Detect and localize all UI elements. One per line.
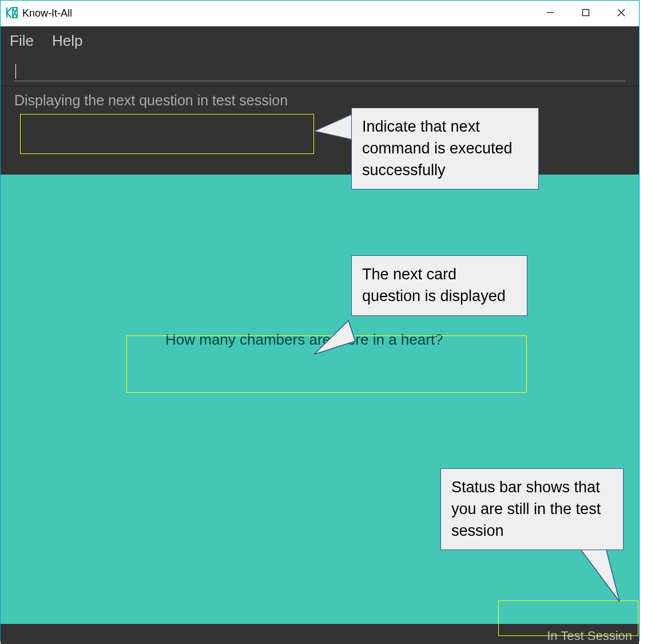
svg-rect-1 — [583, 10, 589, 16]
callout-2-text: The next card question is displayed — [362, 266, 506, 305]
titlebar[interactable]: Know-It-All — [1, 1, 639, 26]
app-icon — [1, 6, 19, 22]
close-button[interactable] — [604, 1, 639, 25]
menu-help[interactable]: Help — [52, 32, 82, 50]
status-text: In Test Session — [547, 629, 632, 643]
callout-3-text: Status bar shows that you are still in t… — [451, 479, 601, 539]
maximize-button[interactable] — [568, 1, 604, 25]
minimize-button[interactable] — [533, 1, 568, 25]
callout-1-text: Indicate that next command is executed s… — [362, 118, 513, 179]
window-title: Know-It-All — [22, 7, 72, 19]
callout-3: Status bar shows that you are still in t… — [440, 468, 624, 550]
question-text: How many chambers are there in a heart? — [165, 331, 443, 349]
text-cursor — [15, 64, 16, 79]
menu-file[interactable]: File — [10, 32, 34, 50]
statusbar: In Test Session — [1, 624, 639, 644]
content-area: How many chambers are there in a heart? — [1, 175, 639, 624]
command-input-area — [1, 55, 639, 86]
feedback-message: Displaying the next question in test ses… — [14, 92, 288, 108]
window-controls — [533, 1, 639, 25]
callout-1: Indicate that next command is executed s… — [351, 108, 539, 189]
callout-2: The next card question is displayed — [351, 255, 527, 316]
menubar: File Help — [1, 26, 639, 55]
command-input[interactable] — [14, 64, 625, 81]
feedback-area: Displaying the next question in test ses… — [1, 86, 639, 175]
app-window: Know-It-All File Help Displaying the nex… — [0, 0, 640, 641]
